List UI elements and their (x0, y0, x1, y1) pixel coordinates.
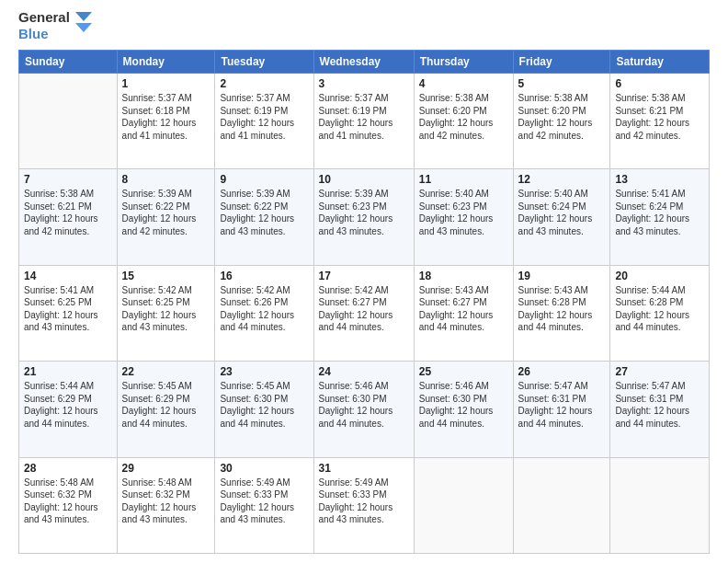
day-number: 19 (518, 270, 606, 282)
day-number: 16 (220, 270, 308, 282)
calendar-cell: 28Sunrise: 5:48 AMSunset: 6:32 PMDayligh… (19, 457, 118, 553)
day-number: 23 (220, 365, 308, 378)
calendar-cell (19, 74, 118, 169)
day-info: Sunrise: 5:46 AMSunset: 6:30 PMDaylight:… (319, 380, 409, 430)
day-number: 4 (419, 77, 508, 90)
calendar-cell: 22Sunrise: 5:45 AMSunset: 6:29 PMDayligh… (117, 362, 215, 457)
day-number: 11 (419, 173, 508, 186)
weekday-header-sunday: Sunday (19, 51, 118, 74)
day-number: 5 (518, 77, 606, 90)
day-number: 27 (615, 365, 704, 378)
page: GeneralBlue SundayMondayTuesdayWednesday… (0, 0, 728, 563)
day-info: Sunrise: 5:42 AMSunset: 6:27 PMDaylight:… (319, 284, 409, 334)
day-info: Sunrise: 5:38 AMSunset: 6:21 PMDaylight:… (24, 188, 112, 237)
calendar-cell (414, 457, 513, 553)
calendar-cell: 26Sunrise: 5:47 AMSunset: 6:31 PMDayligh… (513, 362, 610, 457)
day-info: Sunrise: 5:47 AMSunset: 6:31 PMDaylight:… (518, 380, 606, 430)
day-info: Sunrise: 5:41 AMSunset: 6:24 PMDaylight:… (615, 188, 704, 237)
day-number: 29 (122, 462, 210, 475)
calendar-header: SundayMondayTuesdayWednesdayThursdayFrid… (19, 51, 710, 74)
calendar-cell (513, 457, 610, 553)
calendar-cell: 15Sunrise: 5:42 AMSunset: 6:25 PMDayligh… (117, 265, 215, 361)
day-info: Sunrise: 5:40 AMSunset: 6:24 PMDaylight:… (518, 188, 606, 237)
day-number: 22 (122, 365, 210, 378)
calendar-cell (610, 457, 710, 553)
day-info: Sunrise: 5:45 AMSunset: 6:30 PMDaylight:… (220, 380, 308, 430)
day-number: 1 (122, 77, 210, 90)
day-info: Sunrise: 5:48 AMSunset: 6:32 PMDaylight:… (122, 477, 210, 526)
day-number: 20 (615, 270, 704, 282)
calendar-cell: 7Sunrise: 5:38 AMSunset: 6:21 PMDaylight… (19, 169, 118, 265)
day-info: Sunrise: 5:39 AMSunset: 6:22 PMDaylight:… (220, 188, 308, 237)
weekday-header-saturday: Saturday (610, 51, 710, 74)
day-info: Sunrise: 5:42 AMSunset: 6:25 PMDaylight:… (122, 284, 210, 334)
day-info: Sunrise: 5:37 AMSunset: 6:19 PMDaylight:… (319, 92, 409, 142)
day-info: Sunrise: 5:37 AMSunset: 6:19 PMDaylight:… (220, 92, 308, 142)
weekday-header-wednesday: Wednesday (313, 51, 414, 74)
calendar-cell: 18Sunrise: 5:43 AMSunset: 6:27 PMDayligh… (414, 265, 513, 361)
day-info: Sunrise: 5:39 AMSunset: 6:22 PMDaylight:… (122, 188, 210, 237)
day-number: 3 (319, 77, 409, 90)
calendar-cell: 24Sunrise: 5:46 AMSunset: 6:30 PMDayligh… (313, 362, 414, 457)
day-info: Sunrise: 5:42 AMSunset: 6:26 PMDaylight:… (220, 284, 308, 334)
svg-marker-0 (75, 12, 92, 21)
calendar-cell: 31Sunrise: 5:49 AMSunset: 6:33 PMDayligh… (313, 457, 414, 553)
day-info: Sunrise: 5:37 AMSunset: 6:18 PMDaylight:… (122, 92, 210, 142)
calendar-cell: 27Sunrise: 5:47 AMSunset: 6:31 PMDayligh… (610, 362, 710, 457)
calendar-cell: 14Sunrise: 5:41 AMSunset: 6:25 PMDayligh… (19, 265, 118, 361)
day-info: Sunrise: 5:39 AMSunset: 6:23 PMDaylight:… (319, 188, 409, 237)
calendar-cell: 29Sunrise: 5:48 AMSunset: 6:32 PMDayligh… (117, 457, 215, 553)
day-info: Sunrise: 5:38 AMSunset: 6:20 PMDaylight:… (419, 92, 508, 142)
day-number: 8 (122, 173, 210, 186)
day-number: 12 (518, 173, 606, 186)
calendar-cell: 8Sunrise: 5:39 AMSunset: 6:22 PMDaylight… (117, 169, 215, 265)
day-info: Sunrise: 5:44 AMSunset: 6:28 PMDaylight:… (615, 284, 704, 334)
day-number: 10 (319, 173, 409, 186)
day-info: Sunrise: 5:46 AMSunset: 6:30 PMDaylight:… (419, 380, 508, 430)
calendar-cell: 17Sunrise: 5:42 AMSunset: 6:27 PMDayligh… (313, 265, 414, 361)
calendar-cell: 11Sunrise: 5:40 AMSunset: 6:23 PMDayligh… (414, 169, 513, 265)
svg-marker-1 (75, 23, 92, 32)
day-info: Sunrise: 5:40 AMSunset: 6:23 PMDaylight:… (419, 188, 508, 237)
day-number: 15 (122, 270, 210, 282)
day-number: 21 (24, 365, 112, 378)
day-number: 14 (24, 270, 112, 282)
calendar-cell: 2Sunrise: 5:37 AMSunset: 6:19 PMDaylight… (215, 74, 313, 169)
day-number: 9 (220, 173, 308, 186)
day-number: 13 (615, 173, 704, 186)
day-number: 25 (419, 365, 508, 378)
day-info: Sunrise: 5:38 AMSunset: 6:21 PMDaylight:… (615, 92, 704, 142)
calendar-body: 1Sunrise: 5:37 AMSunset: 6:18 PMDaylight… (19, 74, 710, 554)
day-number: 6 (615, 77, 704, 90)
header: GeneralBlue (18, 9, 710, 42)
weekday-header-friday: Friday (513, 51, 610, 74)
logo: GeneralBlue (18, 9, 92, 42)
calendar-cell: 6Sunrise: 5:38 AMSunset: 6:21 PMDaylight… (610, 74, 710, 169)
calendar-cell: 20Sunrise: 5:44 AMSunset: 6:28 PMDayligh… (610, 265, 710, 361)
day-info: Sunrise: 5:43 AMSunset: 6:28 PMDaylight:… (518, 284, 606, 334)
calendar-cell: 30Sunrise: 5:49 AMSunset: 6:33 PMDayligh… (215, 457, 313, 553)
calendar-table: SundayMondayTuesdayWednesdayThursdayFrid… (18, 50, 710, 554)
calendar-cell: 12Sunrise: 5:40 AMSunset: 6:24 PMDayligh… (513, 169, 610, 265)
day-info: Sunrise: 5:49 AMSunset: 6:33 PMDaylight:… (220, 477, 308, 526)
day-info: Sunrise: 5:48 AMSunset: 6:32 PMDaylight:… (24, 477, 112, 526)
day-info: Sunrise: 5:43 AMSunset: 6:27 PMDaylight:… (419, 284, 508, 334)
calendar-week-4: 21Sunrise: 5:44 AMSunset: 6:29 PMDayligh… (19, 362, 710, 457)
calendar-cell: 10Sunrise: 5:39 AMSunset: 6:23 PMDayligh… (313, 169, 414, 265)
day-number: 28 (24, 462, 112, 475)
day-number: 7 (24, 173, 112, 186)
calendar-cell: 23Sunrise: 5:45 AMSunset: 6:30 PMDayligh… (215, 362, 313, 457)
calendar-cell: 9Sunrise: 5:39 AMSunset: 6:22 PMDaylight… (215, 169, 313, 265)
calendar-cell: 3Sunrise: 5:37 AMSunset: 6:19 PMDaylight… (313, 74, 414, 169)
day-number: 24 (319, 365, 409, 378)
day-number: 30 (220, 462, 308, 475)
calendar-week-1: 1Sunrise: 5:37 AMSunset: 6:18 PMDaylight… (19, 74, 710, 169)
day-info: Sunrise: 5:49 AMSunset: 6:33 PMDaylight:… (319, 477, 409, 526)
weekday-header-tuesday: Tuesday (215, 51, 313, 74)
day-info: Sunrise: 5:41 AMSunset: 6:25 PMDaylight:… (24, 284, 112, 334)
calendar-cell: 4Sunrise: 5:38 AMSunset: 6:20 PMDaylight… (414, 74, 513, 169)
calendar-week-3: 14Sunrise: 5:41 AMSunset: 6:25 PMDayligh… (19, 265, 710, 361)
calendar-cell: 19Sunrise: 5:43 AMSunset: 6:28 PMDayligh… (513, 265, 610, 361)
calendar-week-5: 28Sunrise: 5:48 AMSunset: 6:32 PMDayligh… (19, 457, 710, 553)
weekday-header-row: SundayMondayTuesdayWednesdayThursdayFrid… (19, 51, 710, 74)
